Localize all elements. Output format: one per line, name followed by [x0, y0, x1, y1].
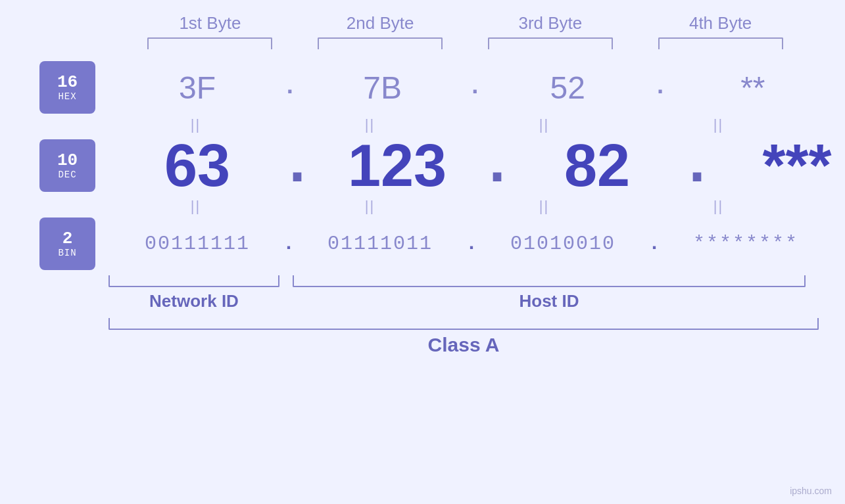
eq-sign-2-3: ||	[539, 198, 549, 215]
hex-val-2-cell: 7B	[294, 70, 471, 106]
bracket-cell-1	[125, 37, 295, 49]
bin-val-2: 01111011	[327, 233, 433, 255]
eq1-2: ||	[283, 116, 457, 133]
dec-val-3: 82	[564, 136, 630, 195]
dec-val-2-cell: 123	[308, 136, 486, 195]
dec-val-4: ***	[763, 136, 832, 195]
hex-val-3: 52	[550, 70, 585, 106]
bracket-cell-2	[295, 37, 466, 49]
eq-sign-2-2: ||	[365, 198, 375, 215]
hex-badge: 16 HEX	[39, 61, 95, 114]
eq2-2: ||	[283, 198, 457, 215]
dec-badge-label: DEC	[58, 170, 76, 180]
dec-badge: 10 DEC	[39, 139, 95, 192]
hex-val-1-cell: 3F	[109, 70, 286, 106]
top-bracket-2	[318, 37, 443, 49]
dec-val-2: 123	[348, 136, 447, 195]
eq1-4: ||	[631, 116, 806, 133]
hex-val-2: 7B	[363, 70, 402, 106]
eq2-4: ||	[631, 198, 806, 215]
equals-row-2: || || || ||	[39, 198, 806, 215]
class-row: Class A	[39, 318, 806, 356]
hex-val-4: **	[740, 70, 765, 106]
equals-row-1: || || || ||	[39, 116, 806, 133]
hex-badge-number: 16	[57, 73, 78, 92]
watermark: ipshu.com	[790, 486, 832, 496]
host-id-bracket	[293, 275, 806, 287]
byte1-header: 1st Byte	[125, 13, 295, 37]
eq-sign-2-4: ||	[713, 198, 723, 215]
bottom-brackets	[39, 275, 806, 287]
byte2-header: 2nd Byte	[295, 13, 466, 37]
bin-badge-label: BIN	[58, 248, 76, 258]
hex-val-3-cell: 52	[479, 70, 656, 106]
class-label: Class A	[109, 334, 819, 356]
bin-values: 00111111 . 01111011 . 01010010 . *******…	[109, 233, 834, 255]
dec-val-1-cell: 63	[109, 136, 286, 195]
eq2-3: ||	[457, 198, 631, 215]
bin-val-4-cell: ********	[657, 233, 834, 255]
byte4-header: 4th Byte	[635, 13, 806, 37]
bin-row: 2 BIN 00111111 . 01111011 . 01010010 . *…	[39, 218, 806, 270]
hex-val-1: 3F	[179, 70, 216, 106]
byte3-header: 3rd Byte	[466, 13, 636, 37]
eq-sign-1-1: ||	[191, 116, 201, 133]
main-container: 1st Byte 2nd Byte 3rd Byte 4th Byte 16 H…	[0, 0, 845, 504]
dec-val-1: 63	[164, 136, 230, 195]
dec-values: 63 . 123 . 82 . ***	[109, 136, 845, 195]
bin-val-2-cell: 01111011	[291, 233, 469, 255]
bracket-cell-4	[635, 37, 806, 49]
bin-val-3-cell: 01010010	[474, 233, 652, 255]
bin-val-1: 00111111	[145, 233, 250, 255]
bracket-cell-3	[466, 37, 636, 49]
dec-val-3-cell: 82	[508, 136, 686, 195]
id-labels: Network ID Host ID	[39, 291, 806, 311]
top-bracket-1	[147, 37, 272, 49]
eq1-3: ||	[457, 116, 631, 133]
network-id-label: Network ID	[109, 291, 279, 311]
hex-badge-label: HEX	[58, 91, 76, 102]
bin-val-1-cell: 00111111	[109, 233, 286, 255]
host-id-label: Host ID	[293, 291, 806, 311]
top-bracket-3	[488, 37, 613, 49]
byte-headers: 1st Byte 2nd Byte 3rd Byte 4th Byte	[39, 13, 806, 37]
hex-values: 3F . 7B . 52 . **	[109, 70, 842, 106]
eq1-1: ||	[109, 116, 283, 133]
top-bracket-4	[658, 37, 783, 49]
hex-val-4-cell: **	[664, 70, 842, 106]
dec-row: 10 DEC 63 . 123 . 82 . ***	[39, 136, 806, 195]
eq-sign-1-3: ||	[539, 116, 549, 133]
network-id-bracket	[109, 275, 279, 287]
bin-val-4: ********	[693, 233, 798, 255]
eq-sign-1-2: ||	[365, 116, 375, 133]
dec-val-4-cell: ***	[708, 136, 845, 195]
class-bracket	[109, 318, 819, 330]
dec-badge-number: 10	[57, 151, 78, 170]
top-brackets	[39, 37, 806, 49]
bin-badge: 2 BIN	[39, 218, 95, 270]
eq2-1: ||	[109, 198, 283, 215]
eq-sign-1-4: ||	[713, 116, 723, 133]
hex-row: 16 HEX 3F . 7B . 52 . **	[39, 61, 806, 114]
bin-badge-number: 2	[62, 229, 73, 248]
bin-val-3: 01010010	[510, 233, 616, 255]
eq-sign-2-1: ||	[191, 198, 201, 215]
